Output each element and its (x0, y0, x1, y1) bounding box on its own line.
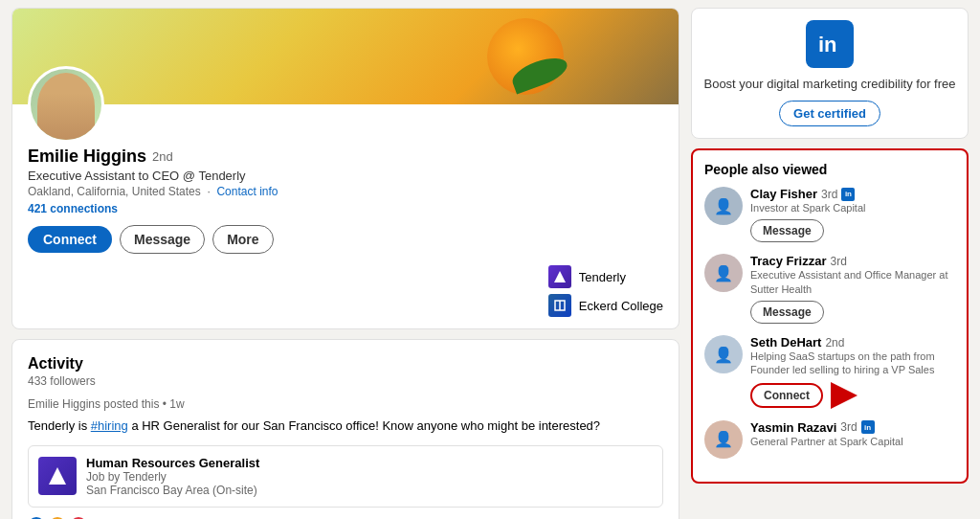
post-text-after: a HR Generalist for our San Francisco of… (128, 418, 600, 433)
company-tenderly-name: Tenderly (579, 270, 626, 284)
ad-title: Boost your digital marketing credibility… (703, 76, 956, 93)
profile-location: Oakland, California, United States · Con… (28, 185, 663, 198)
post-header: Emilie Higgins posted this • 1w (28, 397, 663, 411)
person-yasmin-razavi: 👤 Yasmin Razavi 3rd in General Partner a… (704, 420, 955, 459)
person-seth-dehart: 👤 Seth DeHart 2nd Helping SaaS startups … (704, 335, 955, 409)
activity-followers: 433 followers (28, 374, 663, 388)
person-name-yasmin: Yasmin Razavi 3rd in (750, 420, 955, 435)
avatar (28, 66, 104, 143)
company-eckerd-name: Eckerd College (579, 299, 663, 313)
activity-card: Activity 433 followers Emilie Higgins po… (11, 339, 679, 519)
post-text-before: Tenderly is (28, 418, 91, 433)
person-info-clay: Clay Fisher 3rd in Investor at Spark Cap… (750, 187, 955, 242)
person-name-tracy: Tracy Frizzar 3rd (750, 254, 955, 268)
eckerd-logo (548, 294, 571, 317)
svg-marker-0 (554, 271, 566, 282)
svg-text:in: in (818, 33, 837, 56)
person-info-yasmin: Yasmin Razavi 3rd in General Partner at … (750, 420, 955, 453)
job-location: San Francisco Bay Area (On-site) (86, 484, 259, 497)
profile-name: Emilie Higgins (28, 147, 146, 167)
company-tenderly[interactable]: Tenderly (548, 265, 663, 288)
job-logo (38, 457, 77, 495)
person-info-tracy: Tracy Frizzar 3rd Executive Assistant an… (750, 254, 955, 324)
avatar-yasmin: 👤 (704, 420, 743, 459)
people-also-viewed-title: People also viewed (704, 162, 955, 177)
svg-marker-3 (49, 467, 66, 485)
person-role-seth: Helping SaaS startups on the path from F… (750, 350, 955, 377)
job-details: Human Resources Generalist Job by Tender… (86, 456, 259, 497)
tenderly-logo (548, 265, 571, 288)
person-role-yasmin: General Partner at Spark Capital (750, 435, 955, 448)
person-tracy-frizzar: 👤 Tracy Frizzar 3rd Executive Assistant … (704, 254, 955, 324)
person-role-clay: Investor at Spark Capital (750, 201, 955, 214)
person-role-tracy: Executive Assistant and Office Manager a… (750, 268, 955, 296)
profile-card: Emilie Higgins 2nd Executive Assistant t… (11, 8, 679, 329)
highlight-arrow-icon (831, 382, 858, 409)
contact-info-link[interactable]: Contact info (216, 185, 278, 198)
connect-seth-button[interactable]: Connect (750, 383, 823, 408)
job-card[interactable]: Human Resources Generalist Job by Tender… (28, 445, 663, 508)
profile-name-row: Emilie Higgins 2nd (28, 147, 663, 167)
avatar-seth: 👤 (704, 335, 743, 373)
person-name-seth: Seth DeHart 2nd (750, 335, 955, 350)
profile-companies-row: Tenderly Eckerd College (12, 265, 679, 328)
profile-companies: Tenderly Eckerd College (548, 265, 663, 317)
message-clay-button[interactable]: Message (750, 219, 824, 242)
post-text: Tenderly is #hiring a HR Generalist for … (28, 417, 663, 436)
linkedin-badge-clay: in (841, 188, 855, 201)
people-also-viewed-card: People also viewed 👤 Clay Fisher 3rd in … (691, 148, 969, 483)
linkedin-logo: in (806, 20, 854, 68)
connect-arrow-row: Connect (750, 382, 955, 409)
activity-title: Activity (28, 355, 663, 372)
message-tracy-button[interactable]: Message (750, 301, 824, 324)
avatar-silhouette (37, 73, 95, 140)
person-info-seth: Seth DeHart 2nd Helping SaaS startups on… (750, 335, 955, 409)
company-eckerd[interactable]: Eckerd College (548, 294, 663, 317)
linkedin-badge-yasmin: in (861, 420, 875, 434)
profile-degree: 2nd (152, 149, 173, 164)
ad-card: in Boost your digital marketing credibil… (691, 8, 969, 139)
connections-count[interactable]: 421 connections (28, 202, 663, 215)
avatar-tracy: 👤 (704, 254, 743, 292)
post-hashtag[interactable]: #hiring (91, 418, 128, 433)
get-certified-button[interactable]: Get certified (779, 101, 880, 126)
person-name-clay: Clay Fisher 3rd in (750, 187, 955, 201)
avatar-clay: 👤 (704, 187, 743, 225)
profile-photo-area (12, 66, 679, 143)
message-button[interactable]: Message (120, 225, 205, 254)
job-title: Human Resources Generalist (86, 456, 259, 470)
profile-actions: Connect Message More (28, 225, 663, 254)
more-button[interactable]: More (212, 225, 273, 254)
person-clay-fisher: 👤 Clay Fisher 3rd in Investor at Spark C… (704, 187, 955, 242)
connect-button[interactable]: Connect (28, 226, 112, 253)
job-company: Job by Tenderly (86, 470, 259, 484)
profile-info: Emilie Higgins 2nd Executive Assistant t… (12, 143, 679, 265)
profile-title: Executive Assistant to CEO @ Tenderly (28, 169, 663, 183)
